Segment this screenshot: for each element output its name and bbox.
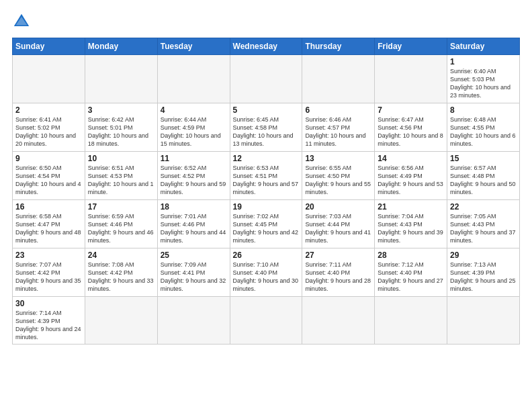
calendar-week-row: 1Sunrise: 6:40 AM Sunset: 5:03 PM Daylig… xyxy=(13,55,520,103)
calendar-week-row: 23Sunrise: 7:07 AM Sunset: 4:42 PM Dayli… xyxy=(13,248,520,297)
day-number: 8 xyxy=(450,105,517,115)
calendar-cell: 2Sunrise: 6:41 AM Sunset: 5:02 PM Daylig… xyxy=(13,103,85,152)
day-info: Sunrise: 6:57 AM Sunset: 4:48 PM Dayligh… xyxy=(450,164,517,197)
day-number: 11 xyxy=(161,154,227,163)
calendar-cell: 30Sunrise: 7:14 AM Sunset: 4:39 PM Dayli… xyxy=(13,297,85,345)
day-number: 26 xyxy=(233,250,300,260)
calendar-cell: 19Sunrise: 7:02 AM Sunset: 4:45 PM Dayli… xyxy=(230,200,302,248)
day-info: Sunrise: 7:05 AM Sunset: 4:43 PM Dayligh… xyxy=(450,212,517,245)
calendar-week-row: 16Sunrise: 6:58 AM Sunset: 4:47 PM Dayli… xyxy=(13,200,520,248)
day-info: Sunrise: 6:41 AM Sunset: 5:02 PM Dayligh… xyxy=(15,116,82,148)
day-info: Sunrise: 6:58 AM Sunset: 4:47 PM Dayligh… xyxy=(15,212,82,245)
calendar-cell: 9Sunrise: 6:50 AM Sunset: 4:54 PM Daylig… xyxy=(13,152,85,200)
calendar-cell: 3Sunrise: 6:42 AM Sunset: 5:01 PM Daylig… xyxy=(85,103,157,152)
day-number: 7 xyxy=(378,105,444,115)
day-number: 29 xyxy=(450,250,517,260)
calendar-cell xyxy=(375,55,447,103)
calendar-cell: 15Sunrise: 6:57 AM Sunset: 4:48 PM Dayli… xyxy=(447,152,520,200)
day-info: Sunrise: 6:48 AM Sunset: 4:55 PM Dayligh… xyxy=(450,116,517,148)
calendar-day-header: Sunday xyxy=(13,38,85,55)
day-number: 30 xyxy=(15,299,82,308)
calendar-cell: 29Sunrise: 7:13 AM Sunset: 4:39 PM Dayli… xyxy=(447,248,520,297)
calendar-cell xyxy=(85,55,157,103)
day-number: 2 xyxy=(15,105,82,115)
calendar-cell: 16Sunrise: 6:58 AM Sunset: 4:47 PM Dayli… xyxy=(13,200,85,248)
calendar-cell: 17Sunrise: 6:59 AM Sunset: 4:46 PM Dayli… xyxy=(85,200,157,248)
day-info: Sunrise: 6:55 AM Sunset: 4:50 PM Dayligh… xyxy=(305,164,371,197)
calendar-cell: 23Sunrise: 7:07 AM Sunset: 4:42 PM Dayli… xyxy=(13,248,85,297)
day-info: Sunrise: 6:53 AM Sunset: 4:51 PM Dayligh… xyxy=(233,164,300,197)
day-info: Sunrise: 6:52 AM Sunset: 4:52 PM Dayligh… xyxy=(161,164,227,197)
day-info: Sunrise: 7:01 AM Sunset: 4:46 PM Dayligh… xyxy=(161,212,227,245)
day-number: 10 xyxy=(88,154,154,163)
calendar-cell: 11Sunrise: 6:52 AM Sunset: 4:52 PM Dayli… xyxy=(157,152,230,200)
calendar-cell: 14Sunrise: 6:56 AM Sunset: 4:49 PM Dayli… xyxy=(375,152,447,200)
day-number: 12 xyxy=(233,154,300,163)
calendar-cell xyxy=(85,297,157,345)
day-number: 24 xyxy=(88,250,154,260)
calendar-day-header: Friday xyxy=(375,38,447,55)
calendar-cell: 13Sunrise: 6:55 AM Sunset: 4:50 PM Dayli… xyxy=(302,152,375,200)
calendar-day-header: Thursday xyxy=(302,38,375,55)
day-number: 14 xyxy=(378,154,444,163)
day-info: Sunrise: 6:56 AM Sunset: 4:49 PM Dayligh… xyxy=(378,164,444,197)
calendar-cell: 27Sunrise: 7:11 AM Sunset: 4:40 PM Dayli… xyxy=(302,248,375,297)
calendar-day-header: Tuesday xyxy=(157,38,230,55)
day-info: Sunrise: 6:50 AM Sunset: 4:54 PM Dayligh… xyxy=(15,164,82,197)
calendar-cell: 25Sunrise: 7:09 AM Sunset: 4:41 PM Dayli… xyxy=(157,248,230,297)
day-number: 4 xyxy=(161,105,227,115)
logo xyxy=(12,12,34,31)
page: SundayMondayTuesdayWednesdayThursdayFrid… xyxy=(0,0,532,411)
calendar-cell: 5Sunrise: 6:45 AM Sunset: 4:58 PM Daylig… xyxy=(230,103,302,152)
calendar-cell xyxy=(447,297,520,345)
calendar-cell xyxy=(302,55,375,103)
calendar-day-header: Wednesday xyxy=(230,38,302,55)
calendar-cell: 20Sunrise: 7:03 AM Sunset: 4:44 PM Dayli… xyxy=(302,200,375,248)
day-info: Sunrise: 7:13 AM Sunset: 4:39 PM Dayligh… xyxy=(450,261,517,293)
day-info: Sunrise: 7:02 AM Sunset: 4:45 PM Dayligh… xyxy=(233,212,300,245)
day-number: 3 xyxy=(88,105,154,115)
day-number: 25 xyxy=(161,250,227,260)
day-info: Sunrise: 7:08 AM Sunset: 4:42 PM Dayligh… xyxy=(88,261,154,293)
day-info: Sunrise: 6:44 AM Sunset: 4:59 PM Dayligh… xyxy=(161,116,227,148)
day-number: 27 xyxy=(305,250,371,260)
calendar-week-row: 30Sunrise: 7:14 AM Sunset: 4:39 PM Dayli… xyxy=(13,297,520,345)
calendar-cell: 10Sunrise: 6:51 AM Sunset: 4:53 PM Dayli… xyxy=(85,152,157,200)
day-number: 28 xyxy=(378,250,444,260)
day-info: Sunrise: 7:04 AM Sunset: 4:43 PM Dayligh… xyxy=(378,212,444,245)
calendar-cell: 26Sunrise: 7:10 AM Sunset: 4:40 PM Dayli… xyxy=(230,248,302,297)
day-info: Sunrise: 6:42 AM Sunset: 5:01 PM Dayligh… xyxy=(88,116,154,148)
calendar-cell: 22Sunrise: 7:05 AM Sunset: 4:43 PM Dayli… xyxy=(447,200,520,248)
logo-icon xyxy=(12,12,31,31)
day-number: 6 xyxy=(305,105,371,115)
day-info: Sunrise: 7:14 AM Sunset: 4:39 PM Dayligh… xyxy=(15,309,82,342)
day-number: 20 xyxy=(305,202,371,212)
day-info: Sunrise: 6:51 AM Sunset: 4:53 PM Dayligh… xyxy=(88,164,154,197)
calendar-cell: 8Sunrise: 6:48 AM Sunset: 4:55 PM Daylig… xyxy=(447,103,520,152)
day-number: 9 xyxy=(15,154,82,163)
day-info: Sunrise: 7:03 AM Sunset: 4:44 PM Dayligh… xyxy=(305,212,371,245)
calendar-cell: 7Sunrise: 6:47 AM Sunset: 4:56 PM Daylig… xyxy=(375,103,447,152)
calendar: SundayMondayTuesdayWednesdayThursdayFrid… xyxy=(12,38,520,345)
day-info: Sunrise: 7:10 AM Sunset: 4:40 PM Dayligh… xyxy=(233,261,300,293)
day-number: 21 xyxy=(378,202,444,212)
day-info: Sunrise: 7:11 AM Sunset: 4:40 PM Dayligh… xyxy=(305,261,371,293)
day-info: Sunrise: 6:40 AM Sunset: 5:03 PM Dayligh… xyxy=(450,67,517,100)
calendar-cell xyxy=(230,297,302,345)
calendar-cell xyxy=(302,297,375,345)
day-info: Sunrise: 6:46 AM Sunset: 4:57 PM Dayligh… xyxy=(305,116,371,148)
calendar-cell: 21Sunrise: 7:04 AM Sunset: 4:43 PM Dayli… xyxy=(375,200,447,248)
day-number: 15 xyxy=(450,154,517,163)
calendar-cell xyxy=(230,55,302,103)
calendar-cell xyxy=(375,297,447,345)
day-number: 23 xyxy=(15,250,82,260)
calendar-cell: 28Sunrise: 7:12 AM Sunset: 4:40 PM Dayli… xyxy=(375,248,447,297)
day-number: 19 xyxy=(233,202,300,212)
calendar-cell: 1Sunrise: 6:40 AM Sunset: 5:03 PM Daylig… xyxy=(447,55,520,103)
calendar-day-header: Monday xyxy=(85,38,157,55)
day-info: Sunrise: 6:45 AM Sunset: 4:58 PM Dayligh… xyxy=(233,116,300,148)
day-info: Sunrise: 7:07 AM Sunset: 4:42 PM Dayligh… xyxy=(15,261,82,293)
calendar-cell xyxy=(157,297,230,345)
day-number: 16 xyxy=(15,202,82,212)
calendar-cell: 4Sunrise: 6:44 AM Sunset: 4:59 PM Daylig… xyxy=(157,103,230,152)
